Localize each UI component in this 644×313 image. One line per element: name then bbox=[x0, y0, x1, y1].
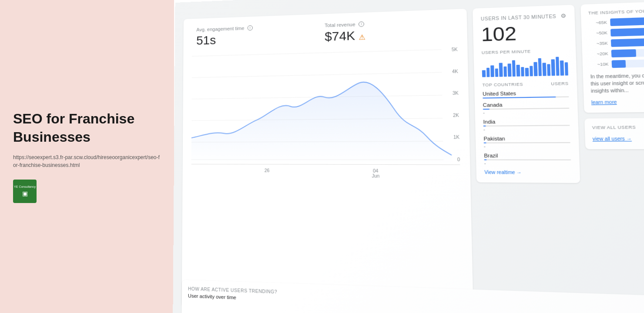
country-name: Pakistan bbox=[483, 135, 570, 141]
country-count: - bbox=[483, 109, 570, 115]
mini-bar bbox=[529, 66, 533, 77]
h-bar-label: ~10K bbox=[590, 62, 609, 67]
country-row: Canada - bbox=[483, 101, 569, 115]
mini-bar bbox=[533, 62, 537, 76]
country-row: United States bbox=[483, 90, 569, 98]
svg-line-0 bbox=[192, 50, 441, 56]
h-bar-track bbox=[612, 59, 644, 68]
h-bar-fill bbox=[611, 49, 636, 57]
mini-bar bbox=[499, 63, 503, 77]
right-side-panels: THE INSIGHTS OF YOUR WEBSITE ~65K ~50K ~… bbox=[580, 0, 644, 313]
mini-bar bbox=[555, 57, 559, 76]
users-count: 102 bbox=[481, 21, 567, 46]
mini-bar bbox=[512, 60, 516, 77]
country-bar-container bbox=[484, 159, 571, 160]
y-label-2k: 2K bbox=[453, 113, 459, 118]
mini-bar bbox=[495, 69, 498, 77]
h-bar-fill bbox=[610, 27, 644, 37]
country-name: Brazil bbox=[484, 153, 571, 158]
revenue-info-icon[interactable]: i bbox=[359, 21, 364, 27]
warning-icon: ⚠ bbox=[359, 33, 365, 41]
country-row: Pakistan - bbox=[483, 135, 570, 149]
users-panel: USERS IN LAST 30 MINUTES ⚙ 102 USERS PER… bbox=[473, 5, 580, 183]
y-label-4k: 4K bbox=[452, 69, 458, 74]
h-bar-track bbox=[611, 48, 644, 57]
users-title: USERS IN LAST 30 MINUTES bbox=[481, 13, 557, 21]
mini-bar bbox=[490, 65, 494, 77]
mini-bar bbox=[486, 68, 490, 77]
view-all-users-panel: VIEW ALL USERS view all users → bbox=[584, 117, 644, 149]
top-countries-header: TOP COUNTRIES USERS bbox=[482, 81, 568, 87]
country-bar bbox=[483, 97, 556, 99]
mini-bar bbox=[516, 65, 520, 77]
view-realtime-link[interactable]: View realtime → bbox=[484, 170, 571, 175]
h-bar-row: ~50K bbox=[589, 27, 644, 37]
horizontal-bar-chart: ~65K ~50K ~35K ~20K ~10K bbox=[588, 16, 644, 68]
countries-list: United States Canada - India - Pakistan … bbox=[483, 90, 571, 166]
mini-bar bbox=[564, 62, 568, 76]
h-bar-row: ~35K bbox=[589, 37, 644, 47]
country-name: India bbox=[483, 118, 570, 125]
h-bar-row: ~65K bbox=[588, 16, 644, 27]
left-panel: SEO for Franchise Businesses https://seo… bbox=[0, 0, 174, 313]
users-col-label: USERS bbox=[551, 81, 569, 87]
mini-bar bbox=[542, 63, 546, 76]
x-label-04jun: 04Jun bbox=[372, 168, 379, 178]
insights-learn-more-link[interactable]: learn more bbox=[591, 100, 617, 105]
h-bar-row: ~10K bbox=[590, 59, 644, 68]
main-chart-card: Avg. engagement time i 51s Total revenue… bbox=[182, 9, 474, 313]
mini-bar bbox=[503, 67, 507, 77]
h-bar-fill bbox=[612, 60, 626, 68]
country-name: United States bbox=[483, 90, 569, 97]
chart-header: Avg. engagement time i 51s Total revenue… bbox=[192, 18, 457, 48]
analytics-panel: Avg. engagement time i 51s Total revenue… bbox=[173, 0, 644, 313]
country-count: - bbox=[484, 161, 571, 166]
page-title: SEO for Franchise Businesses bbox=[13, 110, 161, 146]
chart-x-labels: 26 04Jun bbox=[191, 168, 461, 179]
page-url: https://seoexpert.s3.fr-par.scw.cloud/hi… bbox=[13, 153, 161, 169]
y-label-1k: 1K bbox=[453, 135, 460, 140]
h-bar-track bbox=[610, 16, 644, 26]
engagement-metric: Avg. engagement time i 51s bbox=[192, 23, 320, 48]
mini-bar bbox=[521, 67, 524, 77]
country-bar bbox=[484, 143, 486, 143]
h-bar-fill bbox=[611, 38, 644, 47]
country-name: Canada bbox=[483, 101, 569, 108]
mini-bar-chart bbox=[482, 57, 568, 77]
h-bar-label: ~50K bbox=[589, 30, 607, 36]
y-label-5k: 5K bbox=[452, 47, 458, 52]
engagement-value: 51s bbox=[196, 30, 315, 47]
line-chart-svg bbox=[191, 45, 460, 165]
chart-area: 5K 4K 3K 2K 1K 0 bbox=[191, 45, 460, 165]
y-label-3k: 3K bbox=[453, 90, 459, 96]
mini-bar bbox=[551, 59, 555, 76]
country-bar-container bbox=[483, 97, 569, 99]
logo-badge: YE Consultancy ▣ bbox=[13, 180, 37, 203]
h-bar-label: ~35K bbox=[589, 41, 608, 46]
analytics-background: Avg. engagement time i 51s Total revenue… bbox=[173, 0, 644, 313]
svg-line-1 bbox=[192, 72, 442, 77]
h-bar-track bbox=[610, 27, 644, 37]
y-label-0: 0 bbox=[454, 157, 460, 162]
users-per-minute-label: USERS PER MINUTE bbox=[482, 48, 568, 55]
mini-bar bbox=[507, 63, 511, 77]
view-all-users-title: VIEW ALL USERS bbox=[592, 124, 644, 130]
engagement-info-icon[interactable]: i bbox=[248, 25, 253, 30]
h-bar-label: ~65K bbox=[588, 20, 607, 25]
x-label-26: 26 bbox=[265, 168, 270, 178]
revenue-metric: Total revenue i $74K ⚠ bbox=[320, 18, 457, 44]
mini-bar bbox=[482, 70, 486, 77]
h-bar-track bbox=[611, 37, 644, 47]
mini-bar bbox=[538, 58, 542, 76]
insights-description: In the meantime, you can check out this … bbox=[590, 71, 644, 95]
country-bar bbox=[483, 126, 486, 127]
logo-icon: ▣ bbox=[22, 190, 28, 197]
mini-bar bbox=[525, 68, 529, 77]
country-bar bbox=[484, 159, 487, 160]
revenue-value: $74K ⚠ bbox=[325, 26, 453, 44]
view-all-users-link[interactable]: view all users → bbox=[593, 136, 632, 142]
insights-panel: THE INSIGHTS OF YOUR WEBSITE ~65K ~50K ~… bbox=[580, 0, 644, 113]
users-settings-icon[interactable]: ⚙ bbox=[560, 13, 567, 19]
mini-bar bbox=[560, 60, 564, 76]
logo-text: YE Consultancy bbox=[14, 185, 36, 189]
